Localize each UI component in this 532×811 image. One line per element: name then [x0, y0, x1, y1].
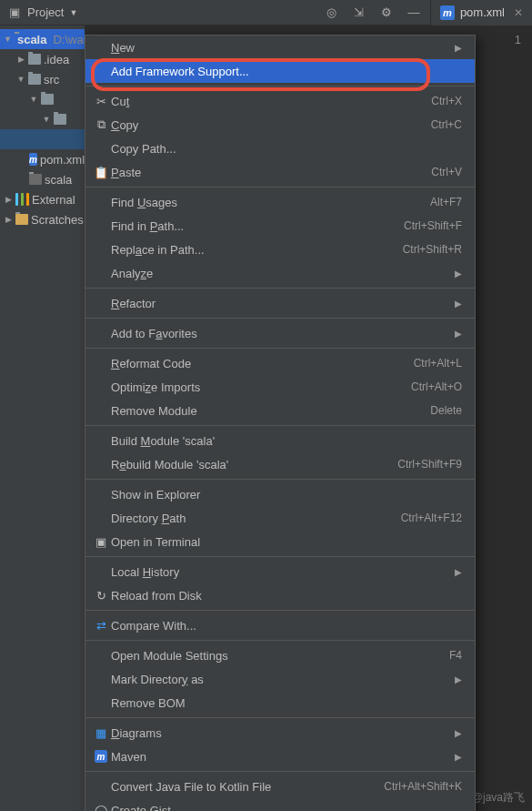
tree-external-libs[interactable]: ▶ External: [0, 189, 85, 209]
chevron-down-icon: ▼: [29, 95, 38, 104]
menu-convert-kotlin[interactable]: Convert Java File to Kotlin FileCtrl+Alt…: [85, 775, 475, 798]
menu-new[interactable]: New▶: [85, 35, 475, 59]
tree-item-scala-mod[interactable]: scala: [0, 169, 85, 189]
chevron-right-icon: ▶: [16, 55, 25, 64]
menu-copy[interactable]: ⧉CopyCtrl+C: [85, 113, 475, 137]
chevron-right-icon: ▶: [4, 215, 13, 224]
reload-icon: ↻: [91, 589, 111, 603]
separator: [85, 86, 475, 86]
menu-cut[interactable]: ✂CutCtrl+X: [85, 89, 475, 113]
tree-item[interactable]: [0, 129, 85, 149]
submenu-icon: ▶: [455, 728, 462, 738]
menu-mark-directory-as[interactable]: Mark Directory as▶: [85, 667, 475, 691]
menu-directory-path[interactable]: Directory PathCtrl+Alt+F12: [85, 506, 475, 530]
copy-icon: ⧉: [91, 117, 111, 132]
tree-label: External: [32, 193, 75, 207]
diagram-icon: ▦: [91, 726, 111, 740]
menu-remove-bom[interactable]: Remove BOM: [85, 691, 475, 715]
menu-diagrams[interactable]: ▦Diagrams▶: [85, 721, 475, 745]
tree-label: pom.xml: [40, 153, 85, 167]
maven-icon: m: [95, 750, 107, 763]
project-tree[interactable]: ▼ scala D:\wanjian\workspace\scala ▶ .id…: [0, 25, 85, 811]
tree-item[interactable]: ▼: [0, 89, 85, 109]
maven-file-icon: m: [440, 5, 455, 20]
menu-copy-path[interactable]: Copy Path...: [85, 137, 475, 160]
folder-icon: [54, 114, 66, 125]
chevron-down-icon: ▼: [4, 35, 12, 44]
submenu-icon: ▶: [455, 567, 462, 577]
menu-add-favorites[interactable]: Add to Favorites▶: [85, 321, 475, 345]
editor-tab[interactable]: m pom.xml ✕: [430, 0, 532, 25]
tree-scratches[interactable]: ▶ Scratches: [0, 209, 85, 229]
separator: [85, 318, 475, 319]
menu-open-terminal[interactable]: ▣Open in Terminal: [85, 530, 475, 553]
menu-reload-disk[interactable]: ↻Reload from Disk: [85, 583, 475, 607]
separator: [85, 717, 475, 718]
submenu-icon: ▶: [455, 329, 462, 339]
menu-compare-with[interactable]: ⇄Compare With...: [85, 613, 475, 637]
tree-item-src[interactable]: ▼ src: [0, 69, 85, 89]
menu-build-module[interactable]: Build Module 'scala': [85, 429, 475, 452]
tree-label: .idea: [44, 53, 69, 66]
menu-paste[interactable]: 📋PasteCtrl+V: [85, 160, 475, 184]
libs-icon: [15, 193, 18, 206]
chevron-down-icon: ▼: [16, 75, 25, 84]
tree-item[interactable]: ▼: [0, 109, 85, 129]
minimize-icon[interactable]: —: [407, 5, 421, 20]
submenu-icon: ▶: [455, 299, 462, 309]
scratch-icon: [15, 214, 28, 225]
menu-refactor[interactable]: Refactor▶: [85, 291, 475, 315]
tree-root-scala[interactable]: ▼ scala D:\wanjian\workspace\scala: [0, 29, 85, 49]
separator: [85, 187, 475, 188]
locate-icon[interactable]: ◎: [325, 5, 339, 20]
close-icon[interactable]: ✕: [514, 6, 523, 19]
project-title: Project: [27, 5, 64, 19]
context-menu: New▶ Add Framework Support... ✂CutCtrl+X…: [85, 35, 476, 811]
tree-label: scala: [45, 173, 72, 187]
menu-remove-module[interactable]: Remove ModuleDelete: [85, 399, 475, 422]
menu-local-history[interactable]: Local History▶: [85, 560, 475, 583]
expand-icon[interactable]: ⇲: [352, 5, 366, 20]
paste-icon: 📋: [91, 166, 111, 179]
menu-replace-in-path[interactable]: Replace in Path...Ctrl+Shift+R: [85, 238, 475, 261]
menu-find-in-path[interactable]: Find in Path...Ctrl+Shift+F: [85, 214, 475, 238]
tree-label: src: [44, 73, 59, 86]
folder-icon: [28, 74, 41, 85]
menu-reformat-code[interactable]: Reformat CodeCtrl+Alt+L: [85, 351, 475, 375]
menu-analyze[interactable]: Analyze▶: [85, 261, 475, 285]
gear-icon[interactable]: ⚙: [379, 5, 394, 20]
separator: [85, 479, 475, 480]
separator: [85, 348, 475, 349]
project-tool-window-header[interactable]: ▣ Project ▼: [0, 5, 85, 20]
libs-icon: [21, 193, 24, 206]
menu-rebuild-module[interactable]: Rebuild Module 'scala'Ctrl+Shift+F9: [85, 452, 475, 476]
separator: [85, 771, 475, 772]
terminal-icon: ▣: [91, 535, 111, 549]
tab-filename: pom.xml: [460, 5, 505, 19]
menu-open-module-settings[interactable]: Open Module SettingsF4: [85, 644, 475, 667]
menu-maven[interactable]: mMaven▶: [85, 745, 475, 768]
tree-label: Scratches: [31, 213, 84, 227]
tree-item-idea[interactable]: ▶ .idea: [0, 49, 85, 69]
folder-icon: [41, 94, 54, 105]
chevron-down-icon: ▼: [42, 115, 51, 124]
maven-file-icon: m: [29, 153, 37, 166]
menu-create-gist[interactable]: ◯Create Gist...: [85, 798, 475, 811]
separator: [85, 288, 475, 289]
separator: [85, 640, 475, 641]
github-icon: ◯: [91, 804, 111, 812]
file-icon: [29, 174, 42, 185]
separator: [85, 556, 475, 557]
dropdown-icon: ▼: [69, 8, 77, 17]
submenu-icon: ▶: [455, 269, 462, 279]
menu-optimize-imports[interactable]: Optimize ImportsCtrl+Alt+O: [85, 375, 475, 399]
tree-item-pom[interactable]: m pom.xml: [0, 149, 85, 169]
compare-icon: ⇄: [91, 619, 111, 633]
menu-show-explorer[interactable]: Show in Explorer: [85, 482, 475, 506]
chevron-right-icon: ▶: [4, 195, 13, 204]
tree-path: D:\wanjian\workspace\scala: [53, 33, 85, 46]
cut-icon: ✂: [91, 95, 111, 108]
submenu-icon: ▶: [455, 43, 462, 53]
menu-add-framework-support[interactable]: Add Framework Support...: [85, 59, 475, 83]
menu-find-usages[interactable]: Find UsagesAlt+F7: [85, 190, 475, 214]
